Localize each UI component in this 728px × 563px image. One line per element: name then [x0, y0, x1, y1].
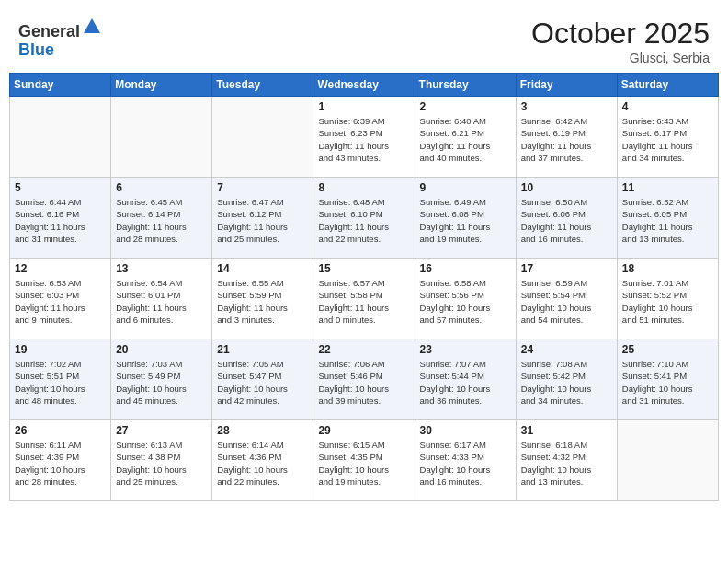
day-info: Sunrise: 7:06 AM Sunset: 5:46 PM Dayligh… — [318, 358, 409, 407]
day-info: Sunrise: 6:47 AM Sunset: 6:12 PM Dayligh… — [217, 196, 308, 245]
day-number: 6 — [116, 181, 207, 194]
calendar-day-cell: 29Sunrise: 6:15 AM Sunset: 4:35 PM Dayli… — [313, 420, 415, 501]
day-number: 10 — [521, 181, 612, 194]
day-info: Sunrise: 6:40 AM Sunset: 6:21 PM Dayligh… — [420, 115, 511, 164]
calendar-day-cell: 27Sunrise: 6:13 AM Sunset: 4:38 PM Dayli… — [111, 420, 212, 501]
day-info: Sunrise: 6:57 AM Sunset: 5:58 PM Dayligh… — [318, 277, 409, 326]
day-info: Sunrise: 6:11 AM Sunset: 4:39 PM Dayligh… — [15, 439, 106, 488]
day-info: Sunrise: 6:18 AM Sunset: 4:32 PM Dayligh… — [521, 439, 612, 488]
day-info: Sunrise: 7:05 AM Sunset: 5:47 PM Dayligh… — [217, 358, 308, 407]
day-number: 9 — [420, 181, 511, 194]
weekday-header-wednesday: Wednesday — [313, 74, 415, 97]
day-number: 31 — [521, 424, 612, 437]
calendar-day-cell: 14Sunrise: 6:55 AM Sunset: 5:59 PM Dayli… — [212, 259, 313, 339]
calendar-table: SundayMondayTuesdayWednesdayThursdayFrid… — [9, 73, 719, 501]
day-info: Sunrise: 6:14 AM Sunset: 4:36 PM Dayligh… — [217, 439, 308, 488]
calendar-day-cell: 6Sunrise: 6:45 AM Sunset: 6:14 PM Daylig… — [111, 178, 212, 259]
page-header: General Blue October 2025 Glusci, Serbia — [9, 9, 719, 69]
weekday-header-monday: Monday — [111, 74, 212, 97]
logo-icon — [82, 17, 102, 37]
day-info: Sunrise: 7:10 AM Sunset: 5:41 PM Dayligh… — [622, 358, 713, 407]
weekday-header-tuesday: Tuesday — [212, 74, 313, 97]
day-number: 7 — [217, 181, 308, 194]
day-number: 2 — [420, 100, 511, 113]
calendar-week-row: 1Sunrise: 6:39 AM Sunset: 6:23 PM Daylig… — [10, 97, 719, 178]
day-info: Sunrise: 6:44 AM Sunset: 6:16 PM Dayligh… — [15, 196, 106, 245]
calendar-day-cell: 9Sunrise: 6:49 AM Sunset: 6:08 PM Daylig… — [415, 178, 516, 259]
calendar-day-cell: 12Sunrise: 6:53 AM Sunset: 6:03 PM Dayli… — [10, 259, 111, 339]
day-info: Sunrise: 7:01 AM Sunset: 5:52 PM Dayligh… — [622, 277, 713, 326]
day-number: 12 — [15, 262, 106, 275]
calendar-day-cell: 20Sunrise: 7:03 AM Sunset: 5:49 PM Dayli… — [111, 339, 212, 420]
calendar-day-cell: 19Sunrise: 7:02 AM Sunset: 5:51 PM Dayli… — [10, 339, 111, 420]
day-info: Sunrise: 6:54 AM Sunset: 6:01 PM Dayligh… — [116, 277, 207, 326]
day-number: 4 — [622, 100, 713, 113]
calendar-day-cell: 16Sunrise: 6:58 AM Sunset: 5:56 PM Dayli… — [415, 259, 516, 339]
weekday-header-row: SundayMondayTuesdayWednesdayThursdayFrid… — [10, 74, 719, 97]
calendar-week-row: 5Sunrise: 6:44 AM Sunset: 6:16 PM Daylig… — [10, 178, 719, 259]
calendar-empty-cell — [617, 420, 718, 501]
day-number: 18 — [622, 262, 713, 275]
day-number: 20 — [116, 343, 207, 356]
day-info: Sunrise: 6:58 AM Sunset: 5:56 PM Dayligh… — [420, 277, 511, 326]
day-number: 1 — [318, 100, 409, 113]
day-number: 27 — [116, 424, 207, 437]
calendar-day-cell: 4Sunrise: 6:43 AM Sunset: 6:17 PM Daylig… — [617, 97, 718, 178]
calendar-day-cell: 18Sunrise: 7:01 AM Sunset: 5:52 PM Dayli… — [617, 259, 718, 339]
day-number: 11 — [622, 181, 713, 194]
calendar-day-cell: 31Sunrise: 6:18 AM Sunset: 4:32 PM Dayli… — [516, 420, 617, 501]
day-number: 28 — [217, 424, 308, 437]
day-number: 23 — [420, 343, 511, 356]
calendar-day-cell: 1Sunrise: 6:39 AM Sunset: 6:23 PM Daylig… — [313, 97, 415, 178]
day-info: Sunrise: 6:52 AM Sunset: 6:05 PM Dayligh… — [622, 196, 713, 245]
day-number: 24 — [521, 343, 612, 356]
day-number: 16 — [420, 262, 511, 275]
day-number: 3 — [521, 100, 612, 113]
day-number: 25 — [622, 343, 713, 356]
calendar-day-cell: 15Sunrise: 6:57 AM Sunset: 5:58 PM Dayli… — [313, 259, 415, 339]
day-info: Sunrise: 6:42 AM Sunset: 6:19 PM Dayligh… — [521, 115, 612, 164]
day-info: Sunrise: 6:17 AM Sunset: 4:33 PM Dayligh… — [420, 439, 511, 488]
day-number: 13 — [116, 262, 207, 275]
calendar-day-cell: 17Sunrise: 6:59 AM Sunset: 5:54 PM Dayli… — [516, 259, 617, 339]
calendar-day-cell: 8Sunrise: 6:48 AM Sunset: 6:10 PM Daylig… — [313, 178, 415, 259]
calendar-week-row: 19Sunrise: 7:02 AM Sunset: 5:51 PM Dayli… — [10, 339, 719, 420]
day-number: 30 — [420, 424, 511, 437]
day-number: 8 — [318, 181, 409, 194]
calendar-day-cell: 25Sunrise: 7:10 AM Sunset: 5:41 PM Dayli… — [617, 339, 718, 420]
calendar-week-row: 12Sunrise: 6:53 AM Sunset: 6:03 PM Dayli… — [10, 259, 719, 339]
day-number: 5 — [15, 181, 106, 194]
day-info: Sunrise: 6:53 AM Sunset: 6:03 PM Dayligh… — [15, 277, 106, 326]
weekday-header-thursday: Thursday — [415, 74, 516, 97]
weekday-header-friday: Friday — [516, 74, 617, 97]
day-number: 22 — [318, 343, 409, 356]
day-info: Sunrise: 7:03 AM Sunset: 5:49 PM Dayligh… — [116, 358, 207, 407]
day-number: 19 — [15, 343, 106, 356]
calendar-day-cell: 3Sunrise: 6:42 AM Sunset: 6:19 PM Daylig… — [516, 97, 617, 178]
calendar-day-cell: 22Sunrise: 7:06 AM Sunset: 5:46 PM Dayli… — [313, 339, 415, 420]
day-info: Sunrise: 6:48 AM Sunset: 6:10 PM Dayligh… — [318, 196, 409, 245]
calendar-day-cell: 21Sunrise: 7:05 AM Sunset: 5:47 PM Dayli… — [212, 339, 313, 420]
logo: General Blue — [18, 17, 102, 60]
day-info: Sunrise: 7:08 AM Sunset: 5:42 PM Dayligh… — [521, 358, 612, 407]
day-info: Sunrise: 6:49 AM Sunset: 6:08 PM Dayligh… — [420, 196, 511, 245]
calendar-day-cell: 10Sunrise: 6:50 AM Sunset: 6:06 PM Dayli… — [516, 178, 617, 259]
day-number: 15 — [318, 262, 409, 275]
calendar-day-cell: 5Sunrise: 6:44 AM Sunset: 6:16 PM Daylig… — [10, 178, 111, 259]
calendar-day-cell: 23Sunrise: 7:07 AM Sunset: 5:44 PM Dayli… — [415, 339, 516, 420]
month-title: October 2025 — [531, 17, 710, 51]
day-info: Sunrise: 6:45 AM Sunset: 6:14 PM Dayligh… — [116, 196, 207, 245]
day-info: Sunrise: 6:55 AM Sunset: 5:59 PM Dayligh… — [217, 277, 308, 326]
logo-general: General — [18, 22, 80, 40]
location: Glusci, Serbia — [531, 51, 710, 65]
day-number: 21 — [217, 343, 308, 356]
day-number: 17 — [521, 262, 612, 275]
day-info: Sunrise: 6:59 AM Sunset: 5:54 PM Dayligh… — [521, 277, 612, 326]
day-number: 29 — [318, 424, 409, 437]
svg-marker-0 — [84, 18, 100, 33]
title-block: October 2025 Glusci, Serbia — [531, 17, 710, 65]
day-number: 26 — [15, 424, 106, 437]
day-info: Sunrise: 6:43 AM Sunset: 6:17 PM Dayligh… — [622, 115, 713, 164]
calendar-day-cell: 2Sunrise: 6:40 AM Sunset: 6:21 PM Daylig… — [415, 97, 516, 178]
weekday-header-saturday: Saturday — [617, 74, 718, 97]
